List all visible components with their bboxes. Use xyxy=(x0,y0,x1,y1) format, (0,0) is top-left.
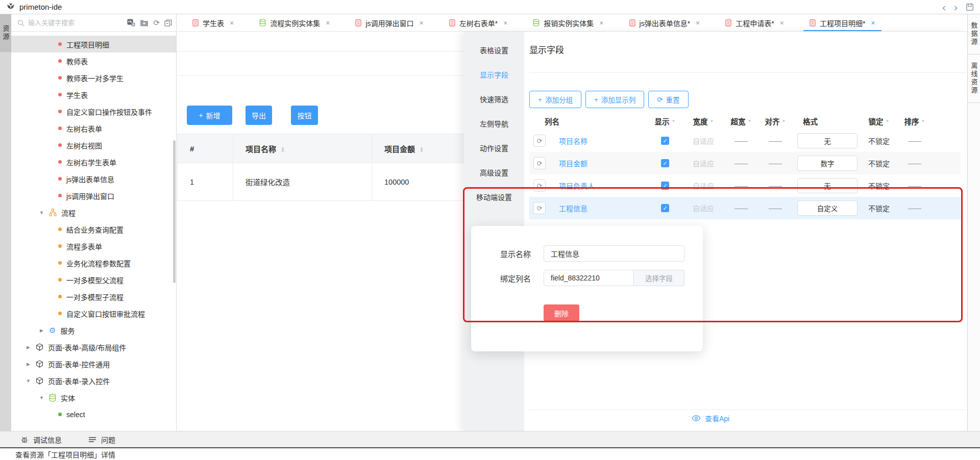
tree-item[interactable]: 自定义窗口操作按钮及事件 xyxy=(11,103,176,120)
delete-button[interactable]: 删除 xyxy=(544,304,579,321)
align-value[interactable]: —— xyxy=(769,182,782,190)
chevron-down-icon[interactable]: ▼ xyxy=(39,210,44,215)
tree-item[interactable]: 左树右学生表单 xyxy=(11,154,176,170)
show-checkbox[interactable]: ✓ xyxy=(661,182,669,190)
show-checkbox[interactable]: ✓ xyxy=(661,137,669,145)
sort-value[interactable]: —— xyxy=(908,160,921,167)
tree-group-entity[interactable]: ▼实体 xyxy=(11,389,176,406)
col-header-wide[interactable]: 超宽▼ xyxy=(725,116,757,126)
debug-info-button[interactable]: 调试信息 xyxy=(20,435,62,445)
chevron-down-icon[interactable]: ▼ xyxy=(26,378,31,384)
tree-item[interactable]: js调用弹出窗口 xyxy=(11,187,176,204)
format-select[interactable]: 无 xyxy=(797,178,857,193)
forward-icon[interactable]: › xyxy=(954,2,958,12)
add-button[interactable]: +新增 xyxy=(187,106,232,125)
tree-group-page-common[interactable]: ▶页面-表单-控件通用 xyxy=(11,355,176,372)
chevron-right-icon[interactable]: ▶ xyxy=(26,345,31,350)
close-icon[interactable]: × xyxy=(599,19,603,27)
field-name-link[interactable]: 项目名称 xyxy=(552,136,649,146)
close-icon[interactable]: × xyxy=(420,19,424,27)
sync-icon[interactable]: ⟳ xyxy=(533,135,546,147)
chevron-right-icon[interactable]: ▶ xyxy=(26,362,31,367)
field-name-link[interactable]: 工程信息 xyxy=(552,203,649,213)
tree-item[interactable]: 业务化流程参数配置 xyxy=(11,254,176,271)
chevron-right-icon[interactable]: ▶ xyxy=(39,328,44,333)
field-name-link[interactable]: 项目负责人 xyxy=(552,181,649,191)
nav-item-quick-filter[interactable]: 快速筛选 xyxy=(464,87,524,111)
wide-value[interactable]: —— xyxy=(734,205,748,212)
view-api-link[interactable]: 查看Api xyxy=(692,413,729,423)
wide-value[interactable]: —— xyxy=(734,182,748,190)
field-name-link[interactable]: 项目金额 xyxy=(552,158,649,168)
width-value[interactable]: 自适应 xyxy=(693,203,714,213)
close-icon[interactable]: × xyxy=(503,19,507,27)
show-checkbox[interactable]: ✓ xyxy=(661,159,669,167)
sync-icon[interactable]: ⟳ xyxy=(533,157,546,169)
bind-column-input[interactable] xyxy=(544,270,634,286)
align-value[interactable]: —— xyxy=(769,137,782,145)
tree-group-process[interactable]: ▼流程 xyxy=(11,204,176,221)
nav-item-advanced-settings[interactable]: 高级设置 xyxy=(464,160,524,185)
refresh-icon[interactable]: ⟳ xyxy=(153,19,160,27)
table-row[interactable]: 1 街道绿化改造 100000 xyxy=(178,163,464,201)
format-select[interactable]: 数字 xyxy=(797,156,857,171)
field-row[interactable]: ⟳ 项目负责人 ✓ 自适应 —— —— 无 不锁定 —— xyxy=(529,174,961,197)
export-button[interactable]: 导出 xyxy=(246,106,272,125)
problems-button[interactable]: 问题 xyxy=(88,435,115,445)
new-folder-icon[interactable] xyxy=(140,19,149,27)
tree-item[interactable]: 一对多模型父流程 xyxy=(11,271,176,288)
tree-item[interactable]: 工程项目明细 xyxy=(11,36,176,53)
column-header-amount[interactable]: 项目金额▲▼ xyxy=(372,134,464,163)
lock-value[interactable]: 不锁定 xyxy=(868,158,890,168)
wide-value[interactable]: —— xyxy=(734,160,748,167)
width-value[interactable]: 自适应 xyxy=(693,181,714,191)
tree-item[interactable]: 左树右视图 xyxy=(11,137,176,154)
col-header-lock[interactable]: 锁定▼ xyxy=(861,116,897,126)
collapse-all-icon[interactable] xyxy=(164,19,172,27)
width-value[interactable]: 自适应 xyxy=(693,158,714,168)
tree-item[interactable]: js弹出表单信息 xyxy=(11,170,176,187)
sort-value[interactable]: —— xyxy=(908,205,921,212)
dock-tab-datasource[interactable]: 数据源 xyxy=(968,14,980,55)
col-header-sort[interactable]: 排序▼ xyxy=(897,116,933,126)
tree-item[interactable]: 教师表一对多学生 xyxy=(11,69,176,86)
custom-button[interactable]: 按钮 xyxy=(291,106,318,125)
chevron-down-icon[interactable]: ▼ xyxy=(39,395,44,400)
nav-item-left-nav[interactable]: 左侧导航 xyxy=(464,111,524,136)
tree-item[interactable]: select xyxy=(11,406,176,423)
close-icon[interactable]: × xyxy=(696,19,700,27)
editor-tab[interactable]: 左树右表单*× xyxy=(440,14,517,31)
tree-item[interactable]: 自定义窗口按钮审批流程 xyxy=(11,305,176,322)
field-row[interactable]: ⟳ 项目金额 ✓ 自适应 —— —— 数字 不锁定 —— xyxy=(529,152,961,174)
sort-value[interactable]: —— xyxy=(908,182,921,190)
tree-group-page-input[interactable]: ▼页面-表单-录入控件 xyxy=(11,372,176,389)
sidebar-scrollbar[interactable] xyxy=(173,140,176,283)
editor-tab[interactable]: 工程申请表*× xyxy=(716,14,793,31)
close-icon[interactable]: × xyxy=(326,19,330,27)
col-header-show[interactable]: 显示▼ xyxy=(649,116,681,126)
back-icon[interactable]: ‹ xyxy=(942,2,946,12)
editor-tab[interactable]: 学生表× xyxy=(183,14,243,31)
locate-resource-icon[interactable] xyxy=(127,19,135,27)
field-row[interactable]: ⟳ 项目名称 ✓ 自适应 —— —— 无 不锁定 —— xyxy=(529,130,961,152)
editor-tab[interactable]: js调用弹出窗口× xyxy=(346,14,432,31)
add-group-button[interactable]: +添加分组 xyxy=(529,91,581,108)
editor-tab-active[interactable]: 工程项目明细*× xyxy=(800,14,885,31)
close-icon[interactable]: × xyxy=(230,19,234,27)
select-field-button[interactable]: 选择字段 xyxy=(633,270,684,286)
lock-value[interactable]: 不锁定 xyxy=(868,136,890,146)
tree-item[interactable]: 流程多表单 xyxy=(11,238,176,254)
nav-item-mobile-settings[interactable]: 移动端设置 xyxy=(464,185,524,209)
tree-item[interactable]: 学生表 xyxy=(11,86,176,103)
nav-item-action-settings[interactable]: 动作设置 xyxy=(464,136,524,160)
format-select[interactable]: 自定义 xyxy=(797,200,857,216)
field-row-selected[interactable]: ⟳ 工程信息 ✓ 自适应 —— —— 自定义 不锁定 —— xyxy=(529,197,961,219)
wide-value[interactable]: —— xyxy=(734,137,748,145)
editor-tab[interactable]: 报销实例实体集× xyxy=(524,14,612,31)
save-icon[interactable] xyxy=(966,3,974,11)
close-icon[interactable]: × xyxy=(780,19,784,27)
width-value[interactable]: 自适应 xyxy=(693,136,714,146)
column-header-name[interactable]: 项目名称▲▼ xyxy=(233,134,372,163)
nav-item-table-settings[interactable]: 表格设置 xyxy=(464,38,524,62)
tree-item[interactable]: 结合业务查询配置 xyxy=(11,221,176,238)
